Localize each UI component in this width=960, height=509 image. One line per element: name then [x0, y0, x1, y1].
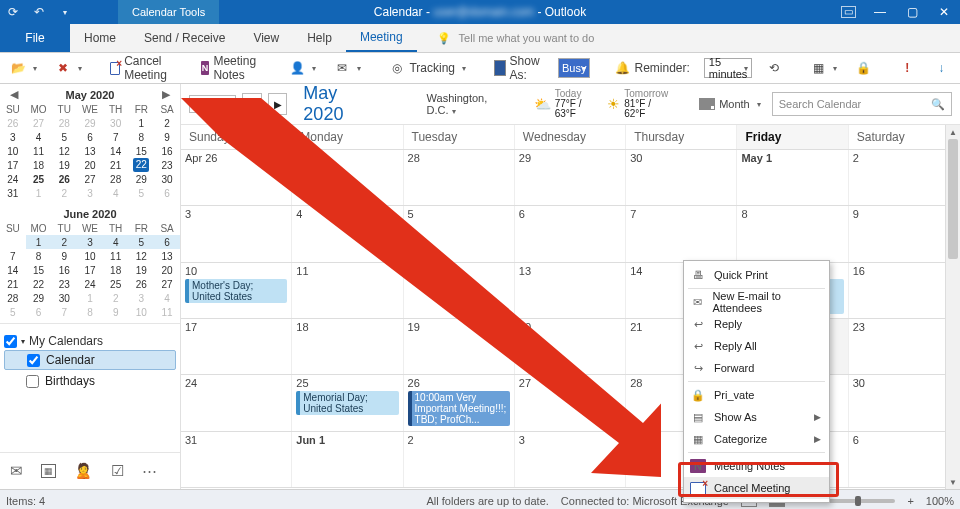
- ctx-reply-all[interactable]: ↩Reply All: [684, 335, 829, 357]
- prev-period-button[interactable]: ◀: [242, 93, 262, 115]
- weather-today[interactable]: ⛅ Today77°F / 63°F: [534, 89, 594, 119]
- high-importance-button[interactable]: !: [895, 58, 919, 78]
- ctx-reply[interactable]: ↩Reply: [684, 313, 829, 335]
- next-period-button[interactable]: ▶: [268, 93, 288, 115]
- calendar-item-calendar[interactable]: Calendar: [4, 350, 176, 370]
- tab-send-receive[interactable]: Send / Receive: [130, 24, 239, 52]
- respond-button[interactable]: ✉: [330, 58, 365, 78]
- calendar-day[interactable]: 2: [404, 432, 515, 487]
- customize-qat-dropdown[interactable]: ▾: [52, 0, 78, 24]
- calendar-day[interactable]: 16: [849, 263, 960, 318]
- more-nav-icon[interactable]: ⋯: [142, 462, 157, 480]
- scroll-down-button[interactable]: ▼: [946, 475, 960, 489]
- ctx-categorize[interactable]: ▦Categorize▶: [684, 428, 829, 450]
- show-as-select[interactable]: Busy: [558, 58, 590, 78]
- calendar-day[interactable]: 6: [849, 432, 960, 487]
- tab-file[interactable]: File: [0, 24, 70, 52]
- ctx-new-email[interactable]: ✉New E-mail to Attendees: [684, 291, 829, 313]
- today-button[interactable]: Today: [189, 95, 236, 113]
- calendar-day[interactable]: 10Mother's Day; United States: [181, 263, 292, 318]
- refresh-icon[interactable]: ⟳: [0, 0, 26, 24]
- my-calendars-header[interactable]: ▾My Calendars: [4, 334, 176, 348]
- calendar-nav-icon[interactable]: ▦: [41, 464, 56, 478]
- calendar-day[interactable]: May 1: [737, 150, 848, 205]
- calendar-day[interactable]: 4: [292, 206, 403, 261]
- ctx-private[interactable]: 🔒Pri_vate: [684, 384, 829, 406]
- calendar-checkbox[interactable]: [27, 354, 40, 367]
- calendar-day[interactable]: Apr 26: [181, 150, 292, 205]
- undo-icon[interactable]: ↶: [26, 0, 52, 24]
- delete-button[interactable]: ✖: [51, 58, 86, 78]
- calendar-day[interactable]: 27: [292, 150, 403, 205]
- minimize-button[interactable]: —: [864, 0, 896, 24]
- zoom-in-button[interactable]: +: [907, 495, 913, 507]
- birthdays-checkbox[interactable]: [26, 375, 39, 388]
- ctx-forward[interactable]: ↪Forward: [684, 357, 829, 379]
- tasks-nav-icon[interactable]: ☑: [111, 462, 124, 480]
- search-calendar-input[interactable]: Search Calendar 🔍: [772, 92, 952, 116]
- calendar-day[interactable]: 2610:00am Very Important Meeting!!!; TBD…: [404, 375, 515, 430]
- vertical-scrollbar[interactable]: ▲ ▼: [945, 125, 960, 489]
- private-button[interactable]: 🔒: [851, 58, 875, 78]
- calendar-day[interactable]: 2: [849, 150, 960, 205]
- reminder-select[interactable]: 15 minutes: [704, 58, 753, 78]
- mail-nav-icon[interactable]: ✉: [10, 462, 23, 480]
- tab-home[interactable]: Home: [70, 24, 130, 52]
- calendar-day[interactable]: 8: [737, 206, 848, 261]
- prev-month-button[interactable]: ◀: [6, 88, 22, 101]
- scroll-thumb[interactable]: [948, 139, 958, 259]
- calendar-day[interactable]: 3: [515, 432, 626, 487]
- calendar-day[interactable]: 27: [515, 375, 626, 430]
- calendar-day[interactable]: Jun 1: [292, 432, 403, 487]
- calendar-day[interactable]: 18: [292, 319, 403, 374]
- cancel-meeting-button[interactable]: Cancel Meeting: [106, 52, 177, 84]
- calendar-day[interactable]: 29: [515, 150, 626, 205]
- calendar-day[interactable]: 5: [404, 206, 515, 261]
- calendar-event[interactable]: Memorial Day; United States: [296, 391, 398, 415]
- view-toggle[interactable]: Month: [694, 95, 766, 113]
- tell-me-search[interactable]: 💡 Tell me what you want to do: [437, 24, 595, 52]
- calendar-day[interactable]: 11: [292, 263, 403, 318]
- maximize-button[interactable]: ▢: [896, 0, 928, 24]
- calendar-day[interactable]: 7: [626, 206, 737, 261]
- mini-calendar-june[interactable]: SUMOTUWETHFRSA12345678910111213141516171…: [0, 222, 180, 319]
- meeting-notes-button[interactable]: NMeeting Notes: [197, 52, 266, 84]
- calendar-day[interactable]: 20: [515, 319, 626, 374]
- calendar-day[interactable]: 17: [181, 319, 292, 374]
- mini-calendar-may[interactable]: SUMOTUWETHFRSA26272829301234567891011121…: [0, 103, 180, 200]
- calendar-day[interactable]: 28: [404, 150, 515, 205]
- low-importance-button[interactable]: ↓: [929, 58, 953, 78]
- tracking-button[interactable]: ◎Tracking: [385, 58, 470, 78]
- tab-view[interactable]: View: [239, 24, 293, 52]
- calendar-day[interactable]: 24: [181, 375, 292, 430]
- calendar-day[interactable]: 30: [849, 375, 960, 430]
- calendar-day[interactable]: 23: [849, 319, 960, 374]
- ribbon-display-options[interactable]: ▭: [832, 0, 864, 24]
- open-button[interactable]: 📂: [6, 58, 41, 78]
- calendar-grid[interactable]: SundayMondayTuesdayWednesdayThursdayFrid…: [181, 125, 960, 489]
- calendar-day[interactable]: 13: [515, 263, 626, 318]
- people-nav-icon[interactable]: 🙎: [74, 462, 93, 480]
- calendar-event[interactable]: Mother's Day; United States: [185, 279, 287, 303]
- contact-attendees-button[interactable]: 👤: [285, 58, 320, 78]
- calendar-day[interactable]: 12: [404, 263, 515, 318]
- calendar-day[interactable]: 9: [849, 206, 960, 261]
- calendar-day[interactable]: 31: [181, 432, 292, 487]
- calendar-day[interactable]: 6: [515, 206, 626, 261]
- zoom-level[interactable]: 100%: [926, 495, 954, 507]
- tab-meeting[interactable]: Meeting: [346, 24, 417, 52]
- tab-help[interactable]: Help: [293, 24, 346, 52]
- ctx-meeting-notes[interactable]: NMeeting Notes: [684, 455, 829, 477]
- calendar-event[interactable]: 10:00am Very Important Meeting!!!; TBD; …: [408, 391, 510, 426]
- ctx-cancel-meeting[interactable]: Cancel Meeting: [684, 477, 829, 499]
- my-calendars-checkbox[interactable]: [4, 335, 17, 348]
- close-button[interactable]: ✕: [928, 0, 960, 24]
- calendar-day[interactable]: 25Memorial Day; United States: [292, 375, 403, 430]
- weather-location[interactable]: Washington, D.C.: [427, 92, 508, 116]
- recurrence-button[interactable]: ⟲: [762, 58, 786, 78]
- scroll-up-button[interactable]: ▲: [946, 125, 960, 139]
- calendar-day[interactable]: 19: [404, 319, 515, 374]
- categorize-button[interactable]: ▦: [806, 58, 841, 78]
- calendar-item-birthdays[interactable]: Birthdays: [4, 372, 176, 390]
- calendar-day[interactable]: 30: [626, 150, 737, 205]
